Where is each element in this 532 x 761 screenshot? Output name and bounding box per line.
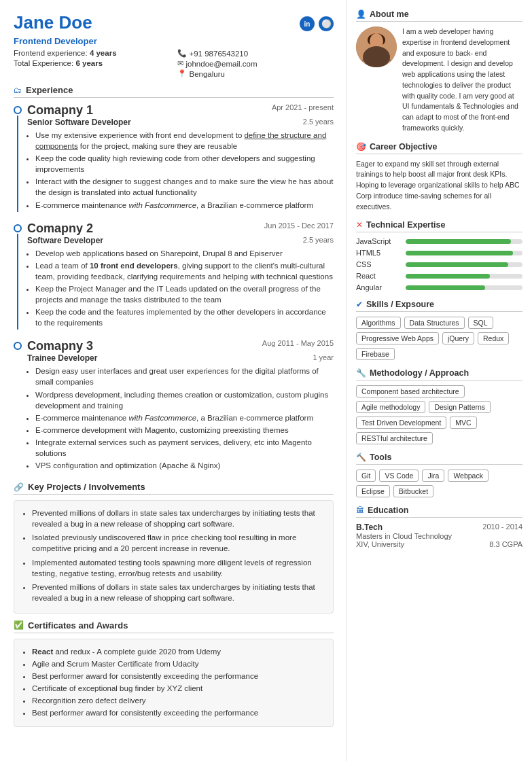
skill-label: JavaScript bbox=[356, 237, 400, 245]
skills-tags: AlgorithmsData StructuresSQLProgressive … bbox=[356, 317, 522, 360]
frontend-exp-value: 4 years bbox=[90, 49, 117, 57]
avatar bbox=[356, 26, 397, 67]
education-title: Education bbox=[368, 506, 408, 515]
edu-detail: Masters in Cloud Technology bbox=[356, 532, 522, 540]
skill-tag: Data Structures bbox=[404, 317, 465, 329]
cert-item: Agile and Scrum Master Certificate from … bbox=[32, 658, 325, 669]
company-3-duration: 1 year bbox=[313, 353, 334, 363]
skill-tag: Redux bbox=[478, 332, 509, 344]
cert-item: Best performer award for consistently ex… bbox=[32, 671, 325, 682]
skill-tag: Firebase bbox=[356, 348, 395, 360]
cert-item: Recorgnition zero defect delivery bbox=[32, 695, 325, 706]
projects-list: Prevented millions of dollars in state s… bbox=[22, 508, 325, 603]
cert-item: Certificate of exceptional bug finder by… bbox=[32, 683, 325, 694]
experience-title: Experience bbox=[26, 85, 73, 95]
edu-degree: B.Tech bbox=[356, 523, 383, 532]
email-item: ✉ johndoe@email.com bbox=[177, 59, 334, 68]
tool-tag: Webpack bbox=[448, 470, 489, 482]
bullet-item: E-commerce maintenance with Fastcommerce… bbox=[35, 200, 334, 211]
skill-bar-bg bbox=[406, 239, 522, 244]
projects-title: Key Projects / Involvements bbox=[28, 482, 145, 492]
experience-icon: 🗂 bbox=[14, 86, 22, 95]
methodology-tag: Test Driven Development bbox=[356, 417, 446, 429]
svg-point-4 bbox=[363, 46, 390, 67]
tool-tag: VS Code bbox=[379, 470, 419, 482]
skill-bar-fill bbox=[406, 285, 485, 290]
bullet-item: Use my extensive experience with front e… bbox=[35, 130, 334, 152]
education-section: 🏛 Education B.Tech 2010 - 2014 Masters i… bbox=[356, 506, 522, 548]
cert-item: Best performer award for consistently ex… bbox=[32, 707, 325, 718]
experience-item-2: Comapny 2 Jun 2015 - Dec 2017 Software D… bbox=[14, 222, 334, 330]
location-value: Bengaluru bbox=[190, 70, 225, 78]
tools-section: 🔨 Tools GitVS CodeJiraWebpackEclipseBitb… bbox=[356, 453, 522, 497]
tools-title: Tools bbox=[370, 453, 391, 462]
tech-section: ✕ Technical Expertise JavaScript HTML5 C… bbox=[356, 220, 522, 291]
experience-item-3: Comapny 3 Aug 2011 - May 2015 Trainee De… bbox=[14, 339, 334, 472]
company-3-name: Comapny 3 bbox=[27, 339, 93, 353]
skill-bar-bg bbox=[406, 274, 522, 279]
company-1-role: Senior Software Developer bbox=[27, 118, 131, 127]
exp-line-1 bbox=[17, 116, 18, 212]
company-2-role: Software Developer bbox=[27, 236, 103, 245]
company-3-bullets: Design easy user interfaces and great us… bbox=[27, 366, 334, 471]
skill-bar-fill bbox=[406, 274, 490, 279]
tools-header: 🔨 Tools bbox=[356, 453, 522, 465]
edu-cgpa: 8.3 CGPA bbox=[489, 540, 522, 548]
projects-section-header: 🔗 Key Projects / Involvements bbox=[14, 482, 334, 495]
total-exp-value: 6 years bbox=[75, 59, 103, 67]
methodology-tags: Component based architectureAgile method… bbox=[356, 385, 522, 444]
tech-header: ✕ Technical Expertise bbox=[356, 220, 522, 232]
skill-tag: SQL bbox=[468, 317, 493, 329]
email-value: johndoe@email.com bbox=[186, 60, 258, 68]
certificates-list: React and redux - A complete guide 2020 … bbox=[22, 646, 325, 719]
methodology-icon: 🔧 bbox=[356, 368, 366, 378]
methodology-section: 🔧 Methodology / Approach Component based… bbox=[356, 368, 522, 444]
cert-item: React and redux - A complete guide 2020 … bbox=[32, 646, 325, 657]
skill-bar-fill bbox=[406, 251, 513, 255]
methodology-header: 🔧 Methodology / Approach bbox=[356, 368, 522, 380]
methodology-title: Methodology / Approach bbox=[370, 368, 469, 378]
company-2-name: Comapny 2 bbox=[27, 222, 93, 236]
skill-bar-bg bbox=[406, 285, 522, 290]
email-icon: ✉ bbox=[177, 59, 183, 68]
about-icon: 👤 bbox=[356, 10, 366, 19]
company-1-duration: 2.5 years bbox=[303, 118, 334, 127]
about-section: 👤 About me I am a web developer having e… bbox=[356, 10, 522, 134]
bullet-item: VPS configuration and optimization (Apac… bbox=[35, 460, 334, 471]
education-item: B.Tech 2010 - 2014 Masters in Cloud Tech… bbox=[356, 523, 522, 548]
github-icon[interactable]: ⚪ bbox=[319, 16, 334, 31]
tech-skills-list: JavaScript HTML5 CSS React Angular bbox=[356, 237, 522, 291]
linkedin-icon[interactable]: in bbox=[300, 16, 315, 31]
company-2-bullets: Develop web applications based on Sharep… bbox=[27, 248, 334, 329]
tech-title: Technical Expertise bbox=[366, 220, 446, 230]
bullet-item: Keep the code quality high reviewing cod… bbox=[35, 153, 334, 175]
exp-dot-3 bbox=[14, 342, 22, 350]
tools-tags: GitVS CodeJiraWebpackEclipseBitbucket bbox=[356, 470, 522, 497]
candidate-name: Jane Doe bbox=[14, 12, 92, 33]
company-3-role: Trainee Developer bbox=[27, 353, 97, 363]
tech-icon: ✕ bbox=[356, 220, 363, 230]
career-header: 🎯 Career Objective bbox=[356, 142, 522, 154]
phone-item: 📞 +91 9876543210 bbox=[177, 49, 334, 58]
career-title: Career Objective bbox=[370, 142, 437, 152]
bullet-item: Develop web applications based on Sharep… bbox=[35, 248, 334, 259]
career-text: Eager to expand my skill set through ext… bbox=[356, 159, 522, 213]
about-title: About me bbox=[370, 10, 409, 19]
methodology-tag: MVC bbox=[450, 417, 476, 429]
tool-tag: Bitbucket bbox=[393, 485, 433, 497]
projects-icon: 🔗 bbox=[14, 482, 24, 492]
location-icon: 📍 bbox=[177, 69, 187, 78]
exp-dot-1 bbox=[14, 106, 22, 114]
skill-tag: jQuery bbox=[442, 332, 474, 344]
tools-icon: 🔨 bbox=[356, 453, 366, 462]
skill-bar-row: JavaScript bbox=[356, 237, 522, 245]
skill-bar-row: Angular bbox=[356, 283, 522, 291]
certificates-title: Certificates and Awards bbox=[28, 620, 128, 631]
company-1-date: Apr 2021 - present bbox=[272, 103, 334, 111]
skill-label: CSS bbox=[356, 260, 400, 268]
skills-title: Skills / Expsoure bbox=[366, 300, 434, 309]
certificates-section: React and redux - A complete guide 2020 … bbox=[14, 639, 334, 728]
skill-tag: Algorithms bbox=[356, 317, 401, 329]
edu-university: XIV, University bbox=[356, 540, 404, 548]
tool-tag: Jira bbox=[422, 470, 444, 482]
